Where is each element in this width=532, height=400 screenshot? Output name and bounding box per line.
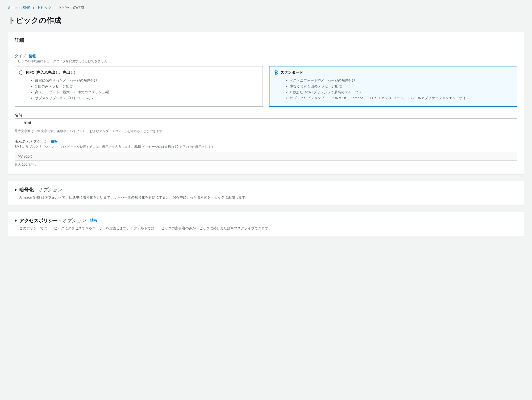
standard-bullets: ベストエフォート型メッセージの順序付け 少なくとも 1 回のメッセージ配信 1 … [274,78,513,101]
breadcrumb-current: トピックの作成 [58,5,84,10]
access-policy-toggle[interactable]: アクセスポリシー - オプション 情報 [15,217,517,224]
access-policy-panel: アクセスポリシー - オプション 情報 このポリシーでは、トピックにアクセスでき… [8,212,524,236]
type-tile-standard[interactable]: スタンダード ベストエフォート型メッセージの順序付け 少なくとも 1 回のメッセ… [269,66,517,107]
display-name-info-link[interactable]: 情報 [51,139,58,144]
radio-icon [19,70,23,75]
display-name-help: 最大 100 文字。 [15,162,517,167]
name-help: 最大文字数は 256 文字です。英数字、ハイフン (-)、およびアンダースコア … [15,129,517,133]
details-panel: 詳細 タイプ 情報 トピックの作成後にトピックタイプを変更することはできません … [8,32,524,175]
name-label: 名前 [15,113,22,118]
fifo-bullets: 厳密に保存されたメッセージの順序付け 1 回のみメッセージ配信 高スループット、… [19,78,258,101]
name-input[interactable] [15,118,517,127]
caret-right-icon [15,188,17,191]
type-tile-fifo[interactable]: FIFO (先入れ先出し、先出し) 厳密に保存されたメッセージの順序付け 1 回… [15,66,263,107]
radio-icon [274,70,278,75]
display-name-label: 表示名 - オプション [15,139,48,144]
type-info-link[interactable]: 情報 [29,54,36,58]
caret-right-icon [15,219,17,222]
chevron-right-icon: › [33,6,34,10]
type-hint: トピックの作成後にトピックタイプを変更することはできません [15,59,517,64]
display-name-input[interactable] [15,152,517,161]
encryption-panel: 暗号化 - オプション Amazon SNS はデフォルトで、転送中に暗号化を行… [8,181,524,205]
list-item: サブスクリプションプロトコル :SQS、Lambda、HTTP、SMS、E メー… [290,95,513,101]
details-panel-header: 詳細 [8,32,524,48]
chevron-right-icon: › [55,6,56,10]
breadcrumb-topics[interactable]: トピック [37,5,52,10]
access-policy-desc: このポリシーでは、トピックにアクセスできるユーザーを定義します。デフォルトでは、… [19,226,517,231]
breadcrumb: Amazon SNS › トピック › トピックの作成 [8,5,524,10]
encryption-title: 暗号化 [19,187,34,192]
encryption-optional: - オプション [34,187,62,192]
access-policy-optional: - オプション [58,218,86,223]
list-item: ベストエフォート型メッセージの順序付け [290,78,513,83]
list-item: サブスクリプションプロトコル: SQS [35,95,258,101]
details-heading: 詳細 [15,37,517,43]
display-name-hint: SMS のサブスクリプションでこのトピックを使用するには、表示名を入力します。S… [15,145,517,149]
breadcrumb-service[interactable]: Amazon SNS [8,6,30,10]
list-item: 少なくとも 1 回のメッセージ配信 [290,83,513,89]
page-title: トピックの作成 [8,15,524,26]
encryption-desc: Amazon SNS はデフォルトで、転送中に暗号化を行います。サーバー側の暗号… [19,195,517,200]
standard-title: スタンダード [281,70,303,75]
list-item: 高スループット、最大 300 件のパブリッシュ/秒 [35,89,258,95]
access-policy-info-link[interactable]: 情報 [90,218,98,223]
name-field: 名前 最大文字数は 256 文字です。英数字、ハイフン (-)、およびアンダース… [15,113,517,133]
encryption-toggle[interactable]: 暗号化 - オプション [15,187,517,193]
list-item: 1 回のみメッセージ配信 [35,83,258,89]
display-name-field: 表示名 - オプション 情報 SMS のサブスクリプションでこのトピックを使用す… [15,139,517,167]
access-policy-title: アクセスポリシー [19,218,58,223]
list-item: 1 秒あたりのパブリッシュで最高のスループット [290,89,513,95]
type-field: タイプ 情報 トピックの作成後にトピックタイプを変更することはできません FIF… [15,54,517,107]
fifo-title: FIFO (先入れ先出し、先出し) [26,70,75,75]
type-label: タイプ [15,54,26,58]
list-item: 厳密に保存されたメッセージの順序付け [35,78,258,83]
